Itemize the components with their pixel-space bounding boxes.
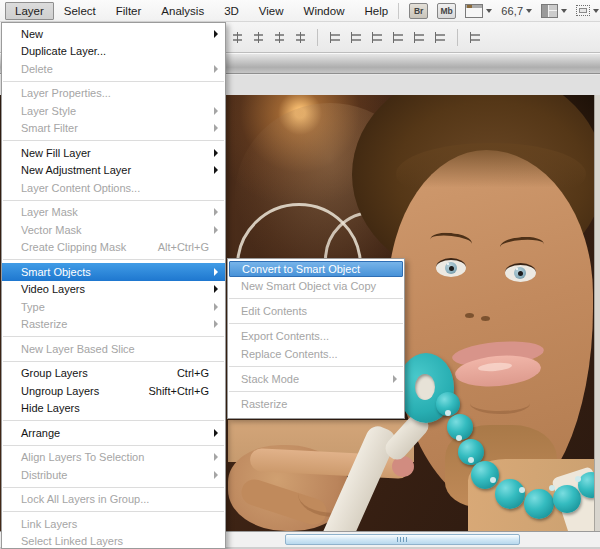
screen-mode-button[interactable]	[576, 5, 599, 16]
layer-menu-item-layer-properties[interactable]: Layer Properties...	[2, 85, 225, 103]
bridge-button[interactable]: Br	[409, 3, 428, 19]
layer-menu-item-new-fill-layer[interactable]: New Fill Layer	[2, 144, 225, 162]
menubar-item-help[interactable]: Help	[354, 2, 398, 20]
menu-item-label: Layer Mask	[21, 206, 78, 218]
necklace-spacer	[456, 435, 462, 441]
menu-item-shortcut: Alt+Ctrl+G	[158, 241, 209, 253]
workspace-switcher[interactable]	[465, 4, 492, 18]
layer-menu-item-video-layers[interactable]: Video Layers	[2, 281, 225, 299]
menu-item-label: Hide Layers	[21, 402, 80, 414]
layer-menu-item-vector-mask[interactable]: Vector Mask	[2, 221, 225, 239]
layer-menu-item-new-adjustment-layer[interactable]: New Adjustment Layer	[2, 162, 225, 180]
smart-objects-item-new-smart-object-via-copy[interactable]: New Smart Object via Copy	[228, 277, 404, 295]
bridge-button-icon: Br	[409, 3, 428, 19]
menubar-item-window[interactable]: Window	[294, 2, 355, 20]
align-bottom-icon[interactable]	[431, 28, 449, 46]
layer-menu-item-create-clipping-mask[interactable]: Create Clipping MaskAlt+Ctrl+G	[2, 239, 225, 257]
submenu-arrow-icon	[214, 320, 218, 328]
layer-menu-separator	[3, 511, 224, 512]
distribute-bottom-icon	[273, 32, 286, 43]
menubar-item-filter[interactable]: Filter	[106, 2, 152, 20]
distribute-bottom-icon[interactable]	[270, 28, 288, 46]
dropdown-arrow-icon	[561, 9, 567, 13]
menu-item-label: Group Layers	[21, 367, 88, 379]
align-horizontal-center-icon[interactable]	[347, 28, 365, 46]
layer-menu-item-ungroup-layers[interactable]: Ungroup LayersShift+Ctrl+G	[2, 382, 225, 400]
smart-objects-item-export-contents[interactable]: Export Contents...	[228, 327, 404, 345]
necklace-spacer	[445, 410, 451, 416]
layer-menu-item-arrange[interactable]: Arrange	[2, 424, 225, 442]
layer-menu-item-rasterize[interactable]: Rasterize	[2, 316, 225, 334]
menubar-item-view[interactable]: View	[249, 2, 294, 20]
mobile-button[interactable]: Mb	[437, 3, 456, 19]
menubar-item-3d[interactable]: 3D	[214, 2, 249, 20]
menu-item-label: Align Layers To Selection	[21, 451, 144, 463]
distribute-vertical-center-icon[interactable]	[249, 28, 267, 46]
distribute-top-icon[interactable]	[228, 28, 246, 46]
smart-objects-separator	[229, 366, 403, 367]
layer-menu-separator	[3, 81, 224, 82]
zoom-level-value: 66,7	[501, 5, 523, 17]
distribute-left-icon	[294, 32, 307, 43]
smart-objects-item-replace-contents[interactable]: Replace Contents...	[228, 345, 404, 363]
layer-menu-item-new-layer-based-slice[interactable]: New Layer Based Slice	[2, 340, 225, 358]
layer-menu-item-layer-mask[interactable]: Layer Mask	[2, 204, 225, 222]
vertical-scrollbar[interactable]	[594, 95, 600, 531]
menu-item-label: New Adjustment Layer	[21, 164, 131, 176]
layer-menu-separator	[3, 259, 224, 260]
necklace-bead	[553, 485, 581, 513]
align-right-icon[interactable]	[368, 28, 386, 46]
panel-layout-button[interactable]	[541, 4, 567, 18]
menu-item-label: Smart Filter	[21, 122, 78, 134]
align-left-icon[interactable]	[326, 28, 344, 46]
submenu-arrow-icon	[214, 149, 218, 157]
woman-nose	[465, 313, 474, 318]
submenu-arrow-icon	[214, 65, 218, 73]
menubar-item-layer[interactable]: Layer	[5, 2, 54, 20]
layer-menu-item-smart-objects[interactable]: Smart Objects	[2, 263, 225, 281]
layer-menu-item-layer-style[interactable]: Layer Style	[2, 102, 225, 120]
layer-menu-item-link-layers[interactable]: Link Layers	[2, 515, 225, 533]
align-vertical-center-icon[interactable]	[410, 28, 428, 46]
layer-menu-item-new[interactable]: New	[2, 25, 225, 43]
smart-objects-separator	[229, 298, 403, 299]
necklace-spacer	[575, 476, 581, 482]
menu-item-label: Ungroup Layers	[21, 385, 99, 397]
align-top-icon[interactable]	[389, 28, 407, 46]
scrollbar-grip-icon	[397, 537, 409, 542]
layer-menu-item-layer-content-options[interactable]: Layer Content Options...	[2, 179, 225, 197]
zoom-level-dropdown[interactable]: 66,7	[501, 5, 532, 17]
distribute-top-icon	[231, 32, 244, 43]
layer-menu-item-smart-filter[interactable]: Smart Filter	[2, 120, 225, 138]
necklace-spacer	[468, 457, 474, 463]
menu-item-label: Vector Mask	[21, 224, 82, 236]
layer-menu-item-lock-all-layers-in-group[interactable]: Lock All Layers in Group...	[2, 491, 225, 509]
scrollbar-thumb[interactable]	[285, 534, 520, 545]
layer-menu-item-duplicate-layer[interactable]: Duplicate Layer...	[2, 43, 225, 61]
smart-objects-item-convert-to-smart-object[interactable]: Convert to Smart Object	[229, 261, 403, 277]
align-distribute-toolbar	[228, 28, 484, 46]
smart-objects-item-edit-contents[interactable]: Edit Contents	[228, 302, 404, 320]
layer-menu-item-distribute[interactable]: Distribute	[2, 466, 225, 484]
layer-menu-item-type[interactable]: Type	[2, 298, 225, 316]
menu-item-label: Create Clipping Mask	[21, 241, 126, 253]
smart-objects-item-stack-mode[interactable]: Stack Mode	[228, 370, 404, 388]
smart-objects-separator	[229, 391, 403, 392]
submenu-arrow-icon	[214, 429, 218, 437]
submenu-arrow-icon	[214, 471, 218, 479]
layer-menu-item-hide-layers[interactable]: Hide Layers	[2, 400, 225, 418]
layer-menu-item-align-layers-to-selection[interactable]: Align Layers To Selection	[2, 449, 225, 467]
menubar-item-analysis[interactable]: Analysis	[151, 2, 214, 20]
smart-objects-item-rasterize[interactable]: Rasterize	[228, 395, 404, 413]
auto-align-layers-icon[interactable]	[466, 28, 484, 46]
layer-menu-item-select-linked-layers[interactable]: Select Linked Layers	[2, 533, 225, 549]
distribute-left-icon[interactable]	[291, 28, 309, 46]
layer-menu-item-group-layers[interactable]: Group LayersCtrl+G	[2, 365, 225, 383]
menu-item-label: Distribute	[21, 469, 67, 481]
menubar-item-select[interactable]: Select	[54, 2, 106, 20]
layer-menu-item-delete[interactable]: Delete	[2, 60, 225, 78]
menu-item-label: Type	[21, 301, 45, 313]
align-top-icon	[392, 32, 405, 43]
dropdown-arrow-icon	[486, 9, 492, 13]
menubar: LayerSelectFilterAnalysis3DViewWindowHel…	[0, 0, 600, 22]
